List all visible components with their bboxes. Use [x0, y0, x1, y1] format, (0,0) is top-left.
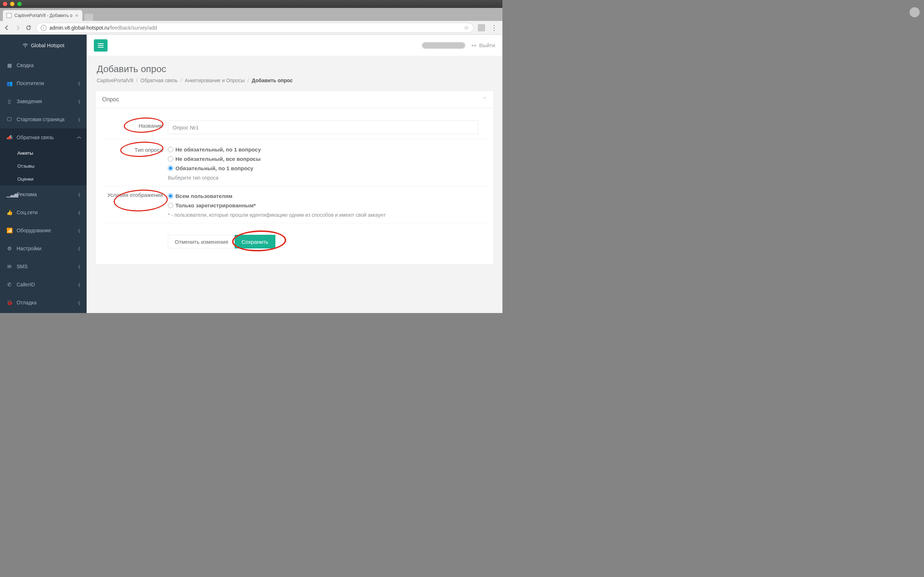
- page-title: Добавить опрос: [97, 63, 492, 75]
- sidebar-item-label: Стартовая страница: [16, 116, 65, 122]
- form-row-name: Название: [103, 115, 486, 140]
- sidebar-item-label: CallerID: [16, 282, 35, 287]
- type-option-1[interactable]: Не обязательный, по 1 вопросу: [168, 145, 486, 154]
- sidebar-item-label: Отладка: [16, 300, 36, 305]
- sidebar-item-visitors[interactable]: 👥 Посетители ❮: [0, 74, 87, 92]
- chevron-icon: ❮: [78, 228, 81, 233]
- page-header: Добавить опрос CaptivePortalV8/ Обратная…: [87, 56, 502, 90]
- logo-text: Global Hotspot: [31, 43, 65, 48]
- sidebar-item-label: Реклама: [16, 192, 37, 197]
- url-domain: admin.v8.global-hotspot.ru: [50, 25, 109, 31]
- sidebar-item-startpage[interactable]: 🖵 Стартовая страница ❮: [0, 110, 87, 128]
- sidebar-item-debug[interactable]: 🐞 Отладка ❮: [0, 293, 87, 311]
- sidebar-submenu-feedback: Анкеты Отзывы Оценки: [0, 147, 87, 185]
- type-option-3[interactable]: Обязательный, по 1 вопросу: [168, 163, 486, 173]
- survey-name-input[interactable]: [168, 121, 478, 134]
- phone-icon: ✆: [6, 282, 12, 287]
- cond-option-2[interactable]: Только зарегистрированным*: [168, 200, 486, 210]
- conditions-help-text: * - пользователи, которые прошли идентиф…: [168, 212, 486, 218]
- address-bar: i admin.v8.global-hotspot.ru/feedback/su…: [0, 21, 502, 35]
- sidebar-toggle-button[interactable]: [94, 39, 108, 52]
- logout-label: Выйти: [479, 42, 495, 48]
- thumb-icon: 👍: [6, 210, 12, 215]
- chevron-icon: ❮: [78, 210, 81, 215]
- sidebar-sub-reviews[interactable]: Отзывы: [0, 160, 87, 172]
- chevron-icon: ❮: [78, 117, 81, 122]
- url-input[interactable]: i admin.v8.global-hotspot.ru/feedback/su…: [36, 23, 473, 33]
- cancel-button[interactable]: Отменить изменения: [168, 235, 235, 248]
- type-help-text: Выберите тип опроса: [168, 175, 486, 181]
- megaphone-icon: 📣: [6, 134, 12, 140]
- form-row-conditions: Условия отображения Всем пользователям Т…: [103, 186, 486, 223]
- sidebar-item-label: Посетители: [16, 81, 44, 86]
- users-icon: 👥: [6, 81, 12, 86]
- mail-icon: ✉: [6, 264, 12, 269]
- browser-tabs: CaptivePortalV8 - Добавить о ×: [0, 8, 502, 21]
- forward-button[interactable]: [15, 24, 21, 31]
- tablet-icon: ▯: [6, 98, 12, 104]
- breadcrumb-current: Добавить опрос: [252, 77, 293, 83]
- sidebar-sub-ratings[interactable]: Оценки: [0, 172, 87, 185]
- extension-icon[interactable]: [478, 24, 485, 31]
- topbar: ↦ Выйти: [87, 35, 502, 56]
- sidebar-item-summary[interactable]: ▦ Сводка: [0, 56, 87, 74]
- sidebar-sub-surveys[interactable]: Анкеты: [0, 147, 87, 160]
- chevron-icon: ❮: [78, 300, 81, 305]
- window-titlebar: [0, 0, 502, 8]
- logout-icon: ↦: [472, 42, 477, 49]
- breadcrumb-item[interactable]: Обратная связь: [141, 77, 178, 83]
- collapse-icon[interactable]: ⌃: [482, 96, 487, 103]
- logout-link[interactable]: ↦ Выйти: [472, 42, 495, 49]
- form-row-type: Тип опроса Не обязательный, по 1 вопросу…: [103, 140, 486, 186]
- survey-panel: Опрос ⌃ Название: [95, 90, 494, 265]
- breadcrumb: CaptivePortalV8/ Обратная связь/ Анкетир…: [97, 77, 492, 83]
- reload-button[interactable]: [25, 24, 32, 31]
- maximize-window-button[interactable]: [17, 2, 22, 6]
- save-button[interactable]: Сохранить: [234, 235, 275, 248]
- new-tab-button[interactable]: [84, 14, 93, 21]
- chevron-icon: ❮: [78, 264, 81, 269]
- wifi-icon: [23, 43, 28, 48]
- svg-point-0: [25, 47, 26, 48]
- close-window-button[interactable]: [3, 2, 7, 6]
- panel-header: Опрос ⌃: [96, 91, 493, 108]
- sidebar-item-sms[interactable]: ✉ SMS ❮: [0, 258, 87, 276]
- sidebar-item-label: Настройки: [16, 246, 42, 251]
- sidebar-item-label: Сводка: [16, 62, 34, 68]
- bug-icon: 🐞: [6, 300, 12, 305]
- sidebar-item-venues[interactable]: ▯ Заведения ❮: [0, 92, 87, 110]
- sidebar-item-social[interactable]: 👍 Соц.сети ❮: [0, 203, 87, 221]
- form-row-buttons: Отменить изменения Сохранить: [103, 223, 486, 262]
- chevron-icon: ❮: [78, 81, 81, 86]
- sidebar-item-callerid[interactable]: ✆ CallerID ❮: [0, 276, 87, 293]
- chevron-icon: ❮: [78, 99, 81, 104]
- cond-option-1[interactable]: Всем пользователям: [168, 191, 486, 200]
- sidebar-item-feedback[interactable]: 📣 Обратная связь ❮: [0, 128, 87, 147]
- conditions-label: Условия отображения: [108, 192, 163, 198]
- monitor-icon: 🖵: [6, 116, 12, 122]
- chevron-down-icon: ❮: [77, 136, 82, 139]
- chevron-icon: ❮: [78, 282, 81, 287]
- sidebar-item-label: Заведения: [16, 98, 42, 104]
- browser-tab[interactable]: CaptivePortalV8 - Добавить о ×: [3, 10, 82, 21]
- breadcrumb-item[interactable]: Анкетирование и Опросы: [185, 77, 245, 83]
- close-tab-icon[interactable]: ×: [75, 13, 78, 18]
- minimize-window-button[interactable]: [10, 2, 15, 6]
- sidebar-item-settings[interactable]: ⚙ Настройки ❮: [0, 239, 87, 258]
- site-info-icon[interactable]: i: [41, 25, 47, 31]
- back-button[interactable]: [3, 24, 10, 31]
- sidebar-item-label: Оборудование: [16, 227, 51, 233]
- sidebar-item-ads[interactable]: ▁▃▅ Реклама ❮: [0, 185, 87, 203]
- sidebar-item-equipment[interactable]: 📶 Оборудование ❮: [0, 221, 87, 239]
- url-path: /feedback/survey/add: [109, 25, 157, 31]
- type-label: Тип опроса: [135, 147, 163, 153]
- tab-title: CaptivePortalV8 - Добавить о: [15, 13, 72, 18]
- type-option-2[interactable]: Не обязательный, все вопросы: [168, 154, 486, 163]
- grid-icon: ▦: [6, 62, 12, 68]
- sidebar-item-label: Соц.сети: [16, 210, 37, 215]
- bookmark-icon[interactable]: ☆: [464, 24, 469, 31]
- browser-menu-icon[interactable]: ⋮: [489, 24, 499, 32]
- sidebar: Global Hotspot ▦ Сводка 👥 Посетители ❮ ▯…: [0, 35, 87, 313]
- name-label: Название: [139, 122, 163, 129]
- breadcrumb-item[interactable]: CaptivePortalV8: [97, 77, 133, 83]
